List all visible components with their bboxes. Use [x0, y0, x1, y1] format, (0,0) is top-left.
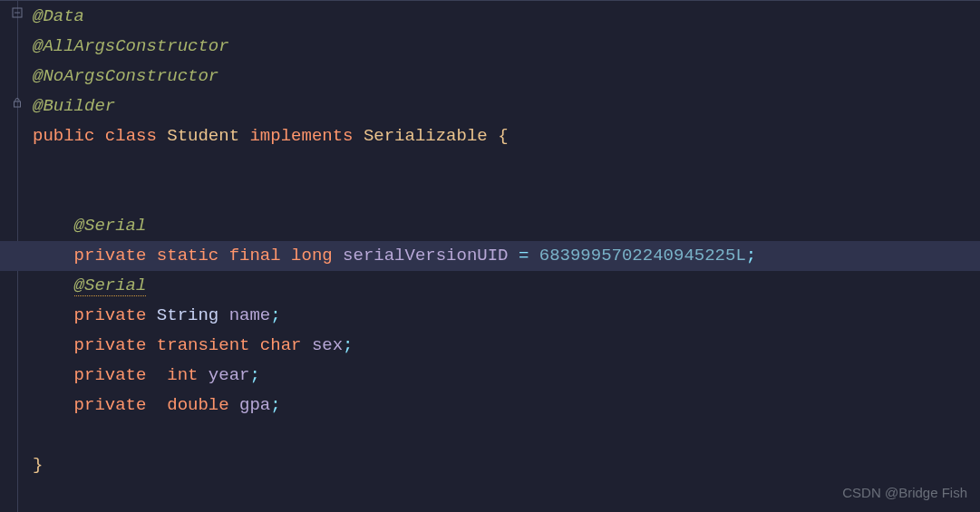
token-type-primitive: double: [167, 395, 239, 415]
token-operator: =: [519, 246, 539, 266]
token-semicolon: ;: [343, 335, 353, 355]
code-line[interactable]: @NoArgsConstructor: [33, 62, 980, 92]
token-keyword: public: [33, 126, 105, 146]
code-line[interactable]: [33, 181, 980, 211]
token-number: 6839995702240945225L: [539, 246, 746, 266]
code-area[interactable]: @Data@AllArgsConstructor@NoArgsConstruct…: [18, 0, 980, 512]
token-annotation: @AllArgsConstructor: [33, 36, 229, 56]
token-annotation-warn: @Serial: [74, 275, 147, 296]
token-annotation: @Builder: [33, 96, 115, 116]
token-keyword: final: [229, 246, 291, 266]
token-semicolon: ;: [249, 365, 259, 385]
code-line[interactable]: @Serial: [33, 271, 980, 301]
code-line[interactable]: public class Student implements Serializ…: [33, 121, 980, 151]
token-type-primitive: long: [291, 246, 343, 266]
code-line[interactable]: [33, 151, 980, 181]
token-field: name: [229, 305, 271, 325]
token-keyword: class: [105, 126, 167, 146]
token-annotation: @Serial: [74, 216, 147, 236]
token-keyword: private: [74, 305, 157, 325]
code-line[interactable]: @Builder: [33, 92, 980, 121]
token-keyword: private: [74, 395, 168, 415]
code-line[interactable]: @Serial: [33, 211, 980, 241]
token-field: serialVersionUID: [343, 246, 519, 266]
token-field: sex: [312, 335, 343, 355]
token-keyword: implements: [249, 126, 363, 146]
token-class-name: Serializable: [364, 126, 498, 146]
code-line[interactable]: private double gpa;: [33, 391, 980, 420]
token-type-primitive: char: [260, 335, 312, 355]
code-line[interactable]: private int year;: [33, 361, 980, 391]
token-annotation: @NoArgsConstructor: [33, 66, 218, 86]
code-line[interactable]: }: [33, 450, 980, 480]
token-field: gpa: [239, 395, 270, 415]
token-type-primitive: int: [167, 365, 209, 385]
token-type: String: [157, 305, 229, 325]
token-keyword: private: [74, 335, 157, 355]
token-brace: }: [33, 455, 43, 475]
token-brace: {: [498, 126, 508, 146]
code-line[interactable]: private transient char sex;: [33, 331, 980, 361]
watermark: CSDN @Bridge Fish: [842, 481, 967, 505]
token-field: year: [209, 365, 250, 385]
token-semicolon: ;: [270, 305, 280, 325]
token-keyword: transient: [157, 335, 260, 355]
token-keyword: private: [74, 365, 168, 385]
token-keyword: static: [157, 246, 229, 266]
token-semicolon: ;: [270, 395, 280, 415]
token-semicolon: ;: [746, 246, 756, 266]
token-class-name: Student: [167, 126, 249, 146]
code-line[interactable]: @AllArgsConstructor: [33, 32, 980, 62]
code-line[interactable]: @Data: [33, 2, 980, 32]
token-keyword: private: [74, 246, 157, 266]
editor-container: @Data@AllArgsConstructor@NoArgsConstruct…: [0, 0, 980, 512]
code-line[interactable]: [33, 420, 980, 450]
code-line[interactable]: private String name;: [33, 301, 980, 331]
code-line[interactable]: private static final long serialVersionU…: [33, 241, 980, 271]
token-annotation: @Data: [33, 6, 84, 26]
